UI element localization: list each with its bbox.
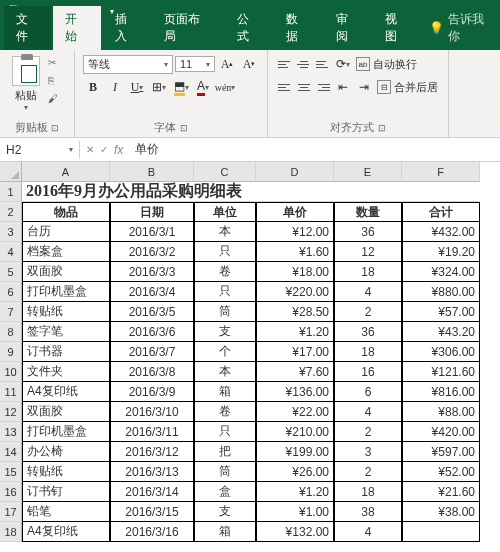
data-cell[interactable]: 订书钉 (22, 482, 110, 502)
tab-layout[interactable]: 页面布局 (152, 6, 223, 50)
align-right-icon[interactable] (314, 78, 332, 96)
data-cell[interactable]: 2016/3/16 (110, 522, 194, 542)
data-cell[interactable]: 双面胶 (22, 402, 110, 422)
tab-insert[interactable]: 插入 (103, 6, 150, 50)
data-cell[interactable]: ¥1.20 (256, 322, 334, 342)
data-cell[interactable]: 3 (334, 442, 402, 462)
data-cell[interactable]: 文件夹 (22, 362, 110, 382)
row-header-6[interactable]: 6 (0, 282, 22, 302)
tab-home[interactable]: 开始 (53, 6, 100, 50)
data-cell[interactable]: ¥28.50 (256, 302, 334, 322)
data-cell[interactable]: 2016/3/13 (110, 462, 194, 482)
row-header-12[interactable]: 12 (0, 402, 22, 422)
row-header-2[interactable]: 2 (0, 202, 22, 222)
data-cell[interactable]: 盒 (194, 482, 256, 502)
align-center-icon[interactable] (295, 78, 313, 96)
merge-button[interactable]: ⊟合并后居 (375, 79, 440, 96)
col-header-F[interactable]: F (402, 162, 480, 182)
data-cell[interactable]: 个 (194, 342, 256, 362)
data-cell[interactable]: 2 (334, 302, 402, 322)
fill-color-button[interactable]: ⬒▾ (171, 77, 191, 97)
data-cell[interactable]: 转贴纸 (22, 302, 110, 322)
data-cell[interactable]: 2016/3/7 (110, 342, 194, 362)
cut-icon[interactable]: ✂ (48, 54, 66, 70)
data-cell[interactable]: 2016/3/4 (110, 282, 194, 302)
header-cell[interactable]: 数量 (334, 202, 402, 222)
data-cell[interactable]: 箱 (194, 382, 256, 402)
data-cell[interactable]: 双面胶 (22, 262, 110, 282)
data-cell[interactable]: ¥121.60 (402, 362, 480, 382)
data-cell[interactable]: 本 (194, 222, 256, 242)
col-header-C[interactable]: C (194, 162, 256, 182)
data-cell[interactable] (402, 522, 480, 542)
row-header-1[interactable]: 1 (0, 182, 22, 202)
data-cell[interactable]: 2016/3/14 (110, 482, 194, 502)
data-cell[interactable]: 铅笔 (22, 502, 110, 522)
data-cell[interactable]: 本 (194, 362, 256, 382)
row-header-7[interactable]: 7 (0, 302, 22, 322)
header-cell[interactable]: 单价 (256, 202, 334, 222)
tab-data[interactable]: 数据 (274, 6, 321, 50)
row-header-16[interactable]: 16 (0, 482, 22, 502)
data-cell[interactable]: ¥57.00 (402, 302, 480, 322)
data-cell[interactable]: 2016/3/2 (110, 242, 194, 262)
row-header-9[interactable]: 9 (0, 342, 22, 362)
data-cell[interactable]: 4 (334, 402, 402, 422)
enter-icon[interactable]: ✓ (100, 144, 108, 155)
data-cell[interactable]: 只 (194, 282, 256, 302)
row-header-18[interactable]: 18 (0, 522, 22, 542)
data-cell[interactable]: ¥21.60 (402, 482, 480, 502)
indent-right-icon[interactable]: ⇥ (354, 77, 374, 97)
italic-button[interactable]: I (105, 77, 125, 97)
data-cell[interactable]: ¥22.00 (256, 402, 334, 422)
data-cell[interactable]: 打印机墨盒 (22, 282, 110, 302)
data-cell[interactable]: A4复印纸 (22, 382, 110, 402)
data-cell[interactable]: 2016/3/11 (110, 422, 194, 442)
row-header-15[interactable]: 15 (0, 462, 22, 482)
data-cell[interactable]: ¥220.00 (256, 282, 334, 302)
col-header-B[interactable]: B (110, 162, 194, 182)
row-header-5[interactable]: 5 (0, 262, 22, 282)
font-color-button[interactable]: A▾ (193, 77, 213, 97)
tab-file[interactable]: 文件 (4, 6, 51, 50)
data-cell[interactable]: 18 (334, 262, 402, 282)
data-cell[interactable]: 订书器 (22, 342, 110, 362)
data-cell[interactable]: 箱 (194, 522, 256, 542)
row-header-10[interactable]: 10 (0, 362, 22, 382)
data-cell[interactable]: 2016/3/3 (110, 262, 194, 282)
bold-button[interactable]: B (83, 77, 103, 97)
font-name-combo[interactable]: 等线▾ (83, 55, 173, 74)
data-cell[interactable]: ¥324.00 (402, 262, 480, 282)
orientation-icon[interactable]: ⟳▾ (333, 54, 353, 74)
data-cell[interactable]: ¥1.20 (256, 482, 334, 502)
data-cell[interactable]: 支 (194, 502, 256, 522)
fx-icon[interactable]: fx (114, 143, 123, 157)
data-cell[interactable]: ¥210.00 (256, 422, 334, 442)
data-cell[interactable]: 12 (334, 242, 402, 262)
paste-button[interactable]: 粘贴 ▾ (8, 54, 44, 114)
data-cell[interactable]: 38 (334, 502, 402, 522)
data-cell[interactable]: ¥38.00 (402, 502, 480, 522)
data-cell[interactable]: 签字笔 (22, 322, 110, 342)
data-cell[interactable]: ¥1.00 (256, 502, 334, 522)
data-cell[interactable]: 筒 (194, 462, 256, 482)
data-cell[interactable]: ¥88.00 (402, 402, 480, 422)
tab-view[interactable]: 视图 (373, 6, 420, 50)
data-cell[interactable]: ¥432.00 (402, 222, 480, 242)
font-size-combo[interactable]: 11▾ (175, 56, 215, 72)
data-cell[interactable]: ¥1.60 (256, 242, 334, 262)
data-cell[interactable]: ¥420.00 (402, 422, 480, 442)
border-button[interactable]: ⊞▾ (149, 77, 169, 97)
header-cell[interactable]: 物品 (22, 202, 110, 222)
copy-icon[interactable]: ⎘ (48, 72, 66, 88)
col-header-D[interactable]: D (256, 162, 334, 182)
data-cell[interactable]: 卷 (194, 402, 256, 422)
row-header-8[interactable]: 8 (0, 322, 22, 342)
tab-formulas[interactable]: 公式 (225, 6, 272, 50)
data-cell[interactable]: 4 (334, 282, 402, 302)
col-header-E[interactable]: E (334, 162, 402, 182)
data-cell[interactable]: 36 (334, 222, 402, 242)
data-cell[interactable]: ¥26.00 (256, 462, 334, 482)
data-cell[interactable]: 36 (334, 322, 402, 342)
data-cell[interactable]: ¥132.00 (256, 522, 334, 542)
